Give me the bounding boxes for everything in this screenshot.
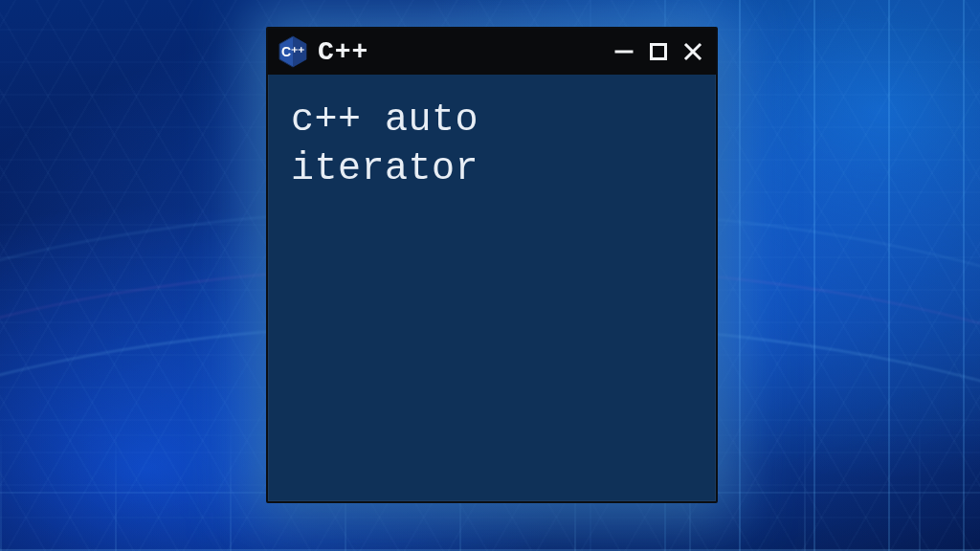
svg-rect-4 [652,45,666,59]
svg-text:C⁺⁺: C⁺⁺ [281,44,304,59]
minimize-button[interactable] [611,36,637,67]
close-button[interactable] [679,36,706,67]
minimize-icon [613,41,635,62]
close-icon [682,41,703,62]
window-title: C++ [318,37,368,67]
titlebar[interactable]: C⁺⁺ C++ [268,29,716,75]
terminal-window: C⁺⁺ C++ c++ auto iterato [266,27,718,503]
maximize-button[interactable] [645,36,672,67]
maximize-icon [648,41,669,62]
terminal-content: c++ auto iterator [268,75,716,501]
window-controls [611,36,706,67]
cpp-hex-icon: C⁺⁺ [278,34,308,69]
